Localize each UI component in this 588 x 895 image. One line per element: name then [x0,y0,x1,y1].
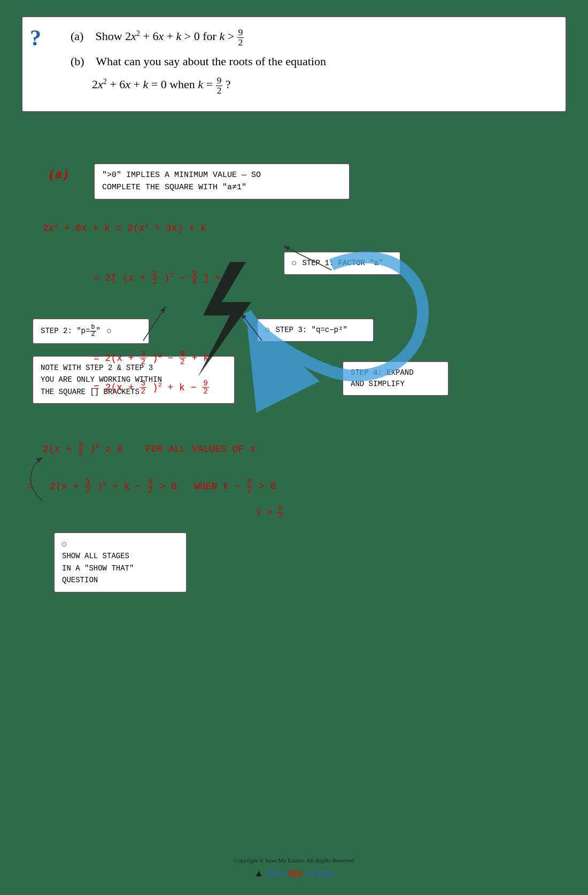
frac-3-2-c: 3 2 [140,380,146,396]
fraction-9-2-a: 9 2 [237,28,244,47]
step4-line2: AND SIMPLIFY [351,379,440,390]
step3-box: STEP 3: "q=c−p²" [257,318,374,342]
frac-3-2-e: 3 2 [84,479,91,495]
frac-9-2-final: 9 2 [277,505,283,520]
copyright-text: Copyright © Save My Exams. All Rights Re… [0,857,588,863]
frac-9-2-c: 9 2 [179,350,186,366]
part-a-text: Show 2x2 + 6x + k > 0 for k > 9 2 [95,29,244,43]
question-box: ? (a) Show 2x2 + 6x + k > 0 for k > 9 2 … [21,16,567,112]
footer: Copyright © Save My Exams. All Rights Re… [0,857,588,879]
expr-therefore: ∴ 2(x + 3 2 )2 + k − 9 2 > 0 WHEN k − 9 … [27,479,276,495]
question-part-a: (a) Show 2x2 + 6x + k > 0 for k > 9 2 [71,28,550,47]
show-box: SHOW ALL STAGES IN A "SHOW THAT" QUESTIO… [53,532,187,593]
step2-box: STEP 2: "p=b2" [32,318,150,344]
frac-9-2-f: 9 2 [246,479,253,495]
question-part-b: (b) What can you say about the roots of … [71,55,550,68]
expr-expanded: = 2(x + 3 2 )2 − 9 2 + k [94,350,209,366]
step2-label: STEP 2: "p=b2" [41,327,100,335]
logo-my: my [289,867,303,878]
step4-line1: STEP 4: EXPAND [351,367,440,379]
expr-complete-square: = 2[ (x + 3 2 )2 − 9 4 ] + k [94,270,232,286]
part-a-label: (a) [71,29,83,43]
frac-3-2-d: 3 2 [78,441,84,457]
show-line3: QUESTION [62,574,179,586]
annotation-area: (a) ">0" IMPLIES A MINIMUM VALUE — SO CO… [0,158,588,895]
logo-save: save [266,867,286,878]
step1-label: STEP 1: FACTOR "a" [302,259,383,267]
frac-3-2-a: 3 2 [151,270,158,286]
part-b-label: (b) [71,55,84,68]
show-bullet [62,542,66,546]
expr-k-final: k > 9 2 [257,505,283,520]
step2-bullet [107,329,111,333]
frac-9-2-e: 9 2 [147,479,154,495]
step3-bullet [265,328,269,332]
frac-9-2-d: 9 2 [202,380,209,396]
fraction-9-2-b: 9 2 [216,76,223,95]
question-icon: ? [30,27,41,49]
step3-label: STEP 3: "q=c−p²" [275,326,347,334]
label-a: (a) [48,168,69,182]
logo: ▲ save my exams [0,867,588,879]
show-line1: SHOW ALL STAGES [62,550,179,562]
show-line2: IN A "SHOW THAT" [62,562,179,574]
frac-3-2-b: 3 2 [140,350,146,366]
question-content: (a) Show 2x2 + 6x + k > 0 for k > 9 2 (b… [71,28,550,95]
step4-box: STEP 4: EXPAND AND SIMPLIFY [342,361,449,396]
frac-9-4: 9 4 [191,270,198,286]
logo-exams: exams [305,867,334,878]
expr-simplified: = 2(x + 3 2 )2 + k − 9 2 [94,380,209,396]
step1-bullet [292,261,296,265]
step1-box: STEP 1: FACTOR "a" [283,251,401,275]
part-b-equation: 2x2 + 6x + k = 0 when k = 9 2 ? [92,76,550,95]
instruction-box: ">0" IMPLIES A MINIMUM VALUE — SO COMPLE… [94,163,350,200]
instruction-line2: COMPLETE THE SQUARE WITH "a≠1" [102,182,342,194]
expr-expand: 2x2 + 6x + k = 2(x2 + 3x) + k [43,222,206,234]
expr-nonneg: 2(x + 3 2 )2 ≥ 0 FOR ALL VALUES OF x [43,441,256,457]
instruction-line1: ">0" IMPLIES A MINIMUM VALUE — SO [102,169,342,182]
part-b-text: What can you say about the roots of the … [96,55,326,68]
